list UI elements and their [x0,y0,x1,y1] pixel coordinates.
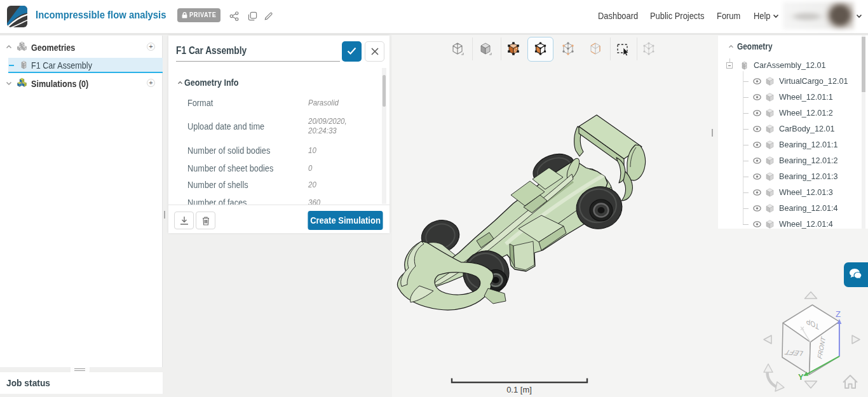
svg-text:Z: Z [836,309,841,319]
svg-text:Y: Y [798,372,804,382]
